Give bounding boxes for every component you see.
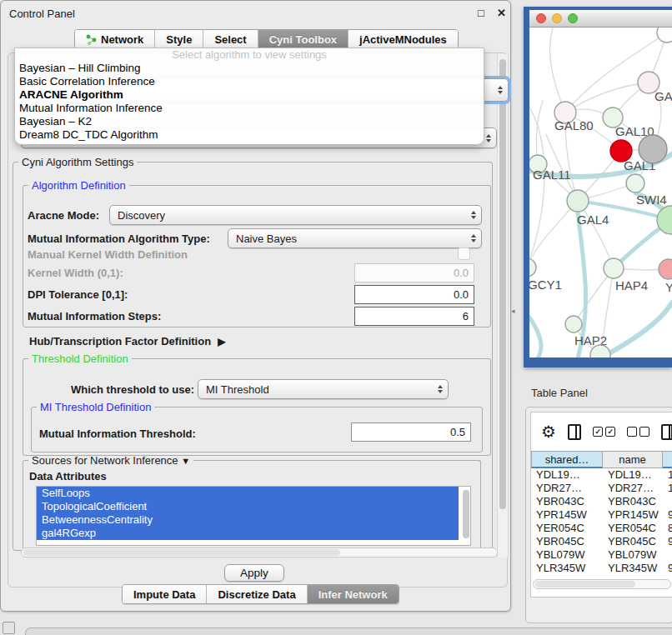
hub-definition-label: Hub/Transcription Factor Definition <box>29 335 211 348</box>
table-row[interactable]: YER054CYER054C8. <box>531 522 672 535</box>
tab-cyni-toolbox[interactable]: Cyni Toolbox <box>258 30 348 48</box>
kernel-width-field[interactable]: 0.0 <box>354 263 474 282</box>
mi-threshold-field[interactable]: 0.5 <box>351 422 471 442</box>
table-row[interactable]: YPR145WYPR145W9. <box>531 508 672 522</box>
algorithm-option-dream8-dc-tdc-algorithm[interactable]: Dream8 DC_TDC Algorithm <box>15 128 484 142</box>
collapse-left-icon[interactable]: ◂ <box>511 307 515 315</box>
table-row[interactable]: YDL19…YDL19…13 <box>531 468 672 482</box>
algorithm-definition-title: Algorithm Definition <box>28 179 129 192</box>
node-salmon-node[interactable] <box>659 259 672 279</box>
close-window-icon[interactable]: ✕ <box>497 7 506 19</box>
restore-panel-icon[interactable] <box>3 622 15 634</box>
column-layout-icon[interactable] <box>568 424 581 440</box>
column-header-shared-[interactable]: shared… <box>531 451 603 468</box>
table-horizontal-scrollbar[interactable] <box>533 579 671 589</box>
cyni-bottom-tab-bar: Impute DataDiscretize DataInfer Network <box>122 584 399 604</box>
column-header-2[interactable] <box>663 451 672 468</box>
network-window: GALGAL80GAL10GAL1GAL11SWI4GAL4GCY1HAP4YH… <box>524 7 672 368</box>
apply-button[interactable]: Apply <box>224 564 284 582</box>
table-row[interactable]: YIL052CYIL052C9 <box>531 575 672 578</box>
tab-discretize-data[interactable]: Discretize Data <box>206 585 306 603</box>
network-canvas[interactable]: GALGAL80GAL10GAL1GAL11SWI4GAL4GCY1HAP4YH… <box>529 28 672 358</box>
algorithm-option-mutual-information-inference[interactable]: Mutual Information Inference <box>15 102 484 115</box>
table-row[interactable]: YDR27…YDR27…12 <box>531 482 672 495</box>
tab-select[interactable]: Select <box>203 30 257 48</box>
manual-kernel-checkbox[interactable] <box>458 248 470 260</box>
table-cell: YER054C <box>531 522 603 535</box>
table-row[interactable]: YBR043CYBR043C <box>531 495 672 508</box>
expand-right-icon: ▶ <box>218 336 225 348</box>
mi-type-combo[interactable]: Naive Bayes <box>228 228 482 248</box>
table-cell: YBL079W <box>603 548 663 562</box>
node-hap2[interactable] <box>565 316 582 332</box>
attribute-item-gal4rgexp[interactable]: gal4RGexp <box>37 527 459 540</box>
tab-label: Discretize Data <box>218 588 295 601</box>
minimize-traffic-light-icon[interactable] <box>552 13 562 23</box>
algorithm-dropdown-popup: Select algorithm to view settings Bayesi… <box>14 48 484 145</box>
column-header-name[interactable]: name <box>603 451 663 468</box>
algorithm-option-bayesian-hill-climbing[interactable]: Bayesian – Hill Climbing <box>15 62 484 75</box>
list-scrollbar-thumb[interactable] <box>463 490 469 538</box>
combo-arrows-icon <box>486 128 491 148</box>
collapsed-bottom-panel[interactable] <box>25 628 672 635</box>
node-label-hap4: HAP4 <box>615 278 648 292</box>
deselect-all-checks-icon[interactable] <box>627 427 649 437</box>
screenshot-root: Control Panel □ ✕ NetworkStyleSelectCyni… <box>0 0 672 635</box>
table-row[interactable]: YBR045CYBR045C9. <box>531 535 672 548</box>
hscrollbar-thumb[interactable] <box>23 549 340 556</box>
table-cell: 12 <box>663 482 672 495</box>
tab-impute-data[interactable]: Impute Data <box>123 585 206 603</box>
attribute-item-topologicalcoefficient[interactable]: TopologicalCoefficient <box>37 500 459 513</box>
table-cell <box>663 495 672 508</box>
tab-network[interactable]: Network <box>75 30 154 48</box>
table-cell: YDR27… <box>603 482 663 495</box>
node-gcy1[interactable] <box>529 258 536 277</box>
table-row[interactable]: YLR345WYLR345W9. <box>531 562 672 575</box>
table-header-row: shared…name <box>531 451 672 468</box>
hub-definition-toggle[interactable]: Hub/Transcription Factor Definition ▶ <box>29 335 225 348</box>
tab-label: Cyni Toolbox <box>269 33 337 46</box>
node-top-node[interactable] <box>657 28 672 42</box>
combo-arrows-icon <box>471 229 476 248</box>
table-row[interactable]: YBL079WYBL079W <box>531 548 672 562</box>
table-hscroll-thumb[interactable] <box>535 581 635 588</box>
network-window-titlebar[interactable] <box>529 10 672 28</box>
gear-icon[interactable]: ⚙ <box>541 422 556 442</box>
table-cell: YBR045C <box>531 535 603 548</box>
algorithm-option-basic-correlation-inference[interactable]: Basic Correlation Inference <box>15 75 484 88</box>
zoom-traffic-light-icon[interactable] <box>568 13 578 23</box>
close-traffic-light-icon[interactable] <box>536 13 546 23</box>
attribute-item-selfloops[interactable]: SelfLoops <box>37 487 459 500</box>
float-window-icon[interactable]: □ <box>478 7 484 19</box>
settings-horizontal-scrollbar[interactable] <box>21 548 498 558</box>
select-all-checks-icon[interactable]: ✓✓ <box>593 427 615 437</box>
algorithm-option-aracne-algorithm[interactable]: ARACNE Algorithm <box>15 88 484 102</box>
node-swi4[interactable] <box>626 174 644 192</box>
tab-style[interactable]: Style <box>154 30 203 48</box>
tab-infer-network[interactable]: Infer Network <box>307 585 399 603</box>
node-gal4[interactable] <box>567 190 589 212</box>
table-cell: YBL079W <box>531 548 603 562</box>
control-panel-tab-bar: NetworkStyleSelectCyni ToolboxjActiveMNo… <box>74 29 459 49</box>
tab-label: Style <box>166 33 192 46</box>
node-hap4[interactable] <box>604 258 624 278</box>
edge <box>549 28 565 112</box>
table-panel-body: ⚙ ✓✓ shared…name YDL19…YDL19…13YDR27…YDR… <box>530 412 672 598</box>
aracne-mode-combo[interactable]: Discovery <box>109 205 482 225</box>
table-cell: YDL19… <box>531 468 603 482</box>
dpi-tolerance-field[interactable]: 0.0 <box>354 285 474 304</box>
settings-scrollbar-thumb[interactable] <box>499 59 506 509</box>
attribute-item-betweennesscentrality[interactable]: BetweennessCentrality <box>37 513 459 527</box>
table-mode-icon[interactable] <box>661 424 672 440</box>
which-threshold-combo[interactable]: MI Threshold <box>198 379 449 399</box>
data-attributes-list[interactable]: SelfLoopsTopologicalCoefficientBetweenne… <box>36 486 471 546</box>
cyni-settings-title: Cyni Algorithm Settings <box>18 156 137 168</box>
settings-vertical-scrollbar[interactable] <box>497 54 509 558</box>
sources-toggle[interactable]: Sources for Network Inference ▼ <box>28 454 193 467</box>
tab-jactivemnodules[interactable]: jActiveMNodules <box>348 30 458 48</box>
node-gray-node[interactable] <box>639 135 667 163</box>
algorithm-option-bayesian-k2[interactable]: Bayesian – K2 <box>15 115 484 128</box>
mi-type-label: Mutual Information Algorithm Type: <box>28 232 210 245</box>
mi-steps-field[interactable]: 6 <box>354 307 474 326</box>
which-threshold-value: MI Threshold <box>206 383 269 396</box>
